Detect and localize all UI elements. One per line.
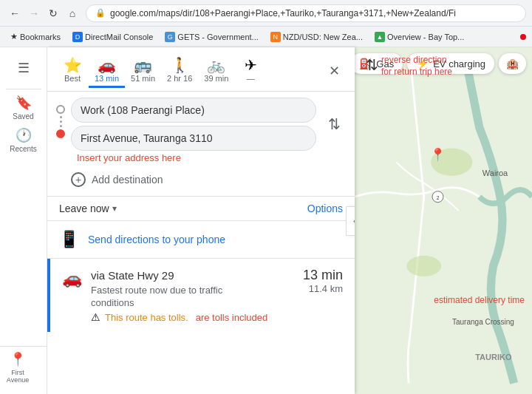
forward-button[interactable]: → xyxy=(25,4,43,22)
bookmark-gets[interactable]: G GETS - Government... xyxy=(160,30,262,44)
route-distance: 11.4 km xyxy=(309,283,343,308)
estimated-delivery-annotation: estimated delivery time xyxy=(434,295,525,305)
address-bar[interactable]: 🔒 google.com/maps/dir/108+Paerangi+Place… xyxy=(86,4,526,22)
bookmark-overview[interactable]: ▲ Overview - Bay Top... xyxy=(370,30,468,44)
route-name: via State Hwy 29 xyxy=(91,269,174,282)
map-area: 2 📍 Wairoa Tauranga Crossing TAURIKO ⛽ G… xyxy=(355,47,532,394)
route-car-icon: 🚗 xyxy=(62,268,82,323)
refresh-button[interactable]: ↻ xyxy=(44,4,62,22)
connector-dot-2 xyxy=(60,120,62,123)
bookmark-nzd[interactable]: N NZD/USD: New Zea... xyxy=(266,30,367,44)
route-description2: conditions xyxy=(91,297,222,308)
bookmark-star-icon: ★ xyxy=(10,32,18,41)
mode-best[interactable]: ⭐ Best xyxy=(56,53,89,88)
nzd-favicon: N xyxy=(270,32,281,42)
svg-text:2: 2 xyxy=(437,195,440,200)
route-result-row[interactable]: 🚗 via State Hwy 29 13 min Fastest route … xyxy=(47,259,355,332)
netflix-indicator xyxy=(520,34,526,40)
sidebar-saved-button[interactable]: 🔖 Saved xyxy=(6,92,41,122)
bookmark-directmail[interactable]: D DirectMail Console xyxy=(68,30,157,44)
wairoa-label: Wairoa xyxy=(482,169,508,177)
nav-buttons: ← → ↻ ⌂ xyxy=(6,4,81,22)
bookmark-nzd-label: NZD/USD: New Zea... xyxy=(283,33,363,41)
route-title-row: via State Hwy 29 13 min xyxy=(91,268,343,283)
saved-label: Saved xyxy=(13,112,33,120)
svg-text:📍: 📍 xyxy=(430,147,446,163)
recents-label: Recents xyxy=(10,145,37,153)
reverse-text-line1: reverse direction xyxy=(381,55,452,67)
swap-directions-button[interactable]: ⇅ xyxy=(322,112,346,136)
first-avenue-label: First Avenue xyxy=(0,369,35,384)
bike-icon: 🚲 xyxy=(207,56,225,74)
directmail-favicon: D xyxy=(72,32,83,42)
bus-icon: 🚌 xyxy=(134,56,152,74)
map-background[interactable]: 2 📍 Wairoa Tauranga Crossing TAURIKO ⛽ G… xyxy=(355,47,532,394)
hotel-filter-button[interactable]: 🏨 xyxy=(499,53,526,74)
mode-car[interactable]: 🚗 13 min xyxy=(89,53,125,88)
connector-dot-3 xyxy=(60,125,62,127)
gets-favicon: G xyxy=(165,32,175,42)
reverse-direction-annotation: ⇅ reverse direction for return trip here xyxy=(366,55,452,78)
tolls-row: ⚠ This route has tolls. are tolls includ… xyxy=(91,311,343,323)
bookmark-directmail-label: DirectMail Console xyxy=(85,33,153,41)
bookmark-bookmarks-label: Bookmarks xyxy=(20,33,61,41)
bookmark-bookmarks[interactable]: ★ Bookmarks xyxy=(6,30,65,43)
origin-dot xyxy=(56,105,65,114)
sidebar-menu-button[interactable]: ☰ xyxy=(6,53,41,83)
main-area: ☰ 🔖 Saved 🕐 Recents 📍 First Avenue ⭐ Bes… xyxy=(0,47,532,394)
options-button[interactable]: Options xyxy=(307,203,343,214)
maps-sidebar: ☰ 🔖 Saved 🕐 Recents 📍 First Avenue xyxy=(0,47,47,394)
send-phone-label: Send directions to your phone xyxy=(88,234,225,245)
route-time: 13 min xyxy=(303,268,343,283)
mode-flight[interactable]: ✈ — xyxy=(234,53,267,88)
url-text: google.com/maps/dir/108+Paerangi+Place,+… xyxy=(110,8,456,18)
directions-panel: ⭐ Best 🚗 13 min 🚌 51 min 🚶 2 hr 16 🚲 39 … xyxy=(47,47,355,394)
mode-transit[interactable]: 🚌 51 min xyxy=(125,53,161,88)
collapse-panel-button[interactable]: ‹ xyxy=(346,206,355,236)
mode-flight-label: — xyxy=(247,74,255,83)
warning-icon: ⚠ xyxy=(91,311,100,323)
bookmark-icon: 🔖 xyxy=(16,95,32,111)
leave-now-label: Leave now xyxy=(59,203,109,214)
sidebar-recents-button[interactable]: 🕐 Recents xyxy=(6,125,41,154)
clock-icon: 🕐 xyxy=(16,127,32,143)
map-svg: 2 📍 xyxy=(355,47,532,394)
leave-now-button[interactable]: Leave now ▾ xyxy=(59,203,117,214)
tauriko-label: TAURIKO xyxy=(475,353,511,361)
mode-walk[interactable]: 🚶 2 hr 16 xyxy=(161,53,198,88)
reverse-text-line2: for return trip here xyxy=(381,67,452,78)
route-options-bar: Leave now ▾ Options xyxy=(47,196,355,221)
home-button[interactable]: ⌂ xyxy=(64,4,81,22)
add-destination-row[interactable]: + Add destination xyxy=(56,169,346,190)
sidebar-first-avenue-button[interactable]: 📍 First Avenue xyxy=(0,353,35,382)
route-details: via State Hwy 29 13 min Fastest route no… xyxy=(91,268,343,323)
close-directions-button[interactable]: ✕ xyxy=(322,59,346,83)
transport-modes-bar: ⭐ Best 🚗 13 min 🚌 51 min 🚶 2 hr 16 🚲 39 … xyxy=(47,47,355,92)
bookmark-gets-label: GETS - Government... xyxy=(177,33,258,41)
route-inputs: ⇅ Insert your address here + Add destina… xyxy=(47,92,355,196)
svg-point-2 xyxy=(406,256,441,276)
mode-cycle[interactable]: 🚲 39 min xyxy=(198,53,234,88)
sidebar-top: ☰ xyxy=(6,53,41,89)
phone-icon: 📱 xyxy=(59,230,79,249)
mode-cycle-time: 39 min xyxy=(204,74,228,83)
browser-toolbar: ← → ↻ ⌂ 🔒 google.com/maps/dir/108+Paeran… xyxy=(0,0,532,47)
tolls-text: This route has tolls. xyxy=(105,312,188,323)
add-destination-label: Add destination xyxy=(92,174,163,186)
options-label: Options xyxy=(307,203,343,214)
car-icon: 🚗 xyxy=(98,56,116,74)
mode-best-label: Best xyxy=(64,74,81,83)
route-description: Fastest route now due to traffic xyxy=(91,285,222,296)
walk-icon: 🚶 xyxy=(171,56,189,74)
origin-input[interactable] xyxy=(71,98,316,123)
bookmark-overview-label: Overview - Bay Top... xyxy=(387,33,464,41)
send-to-phone-row[interactable]: 📱 Send directions to your phone xyxy=(47,221,355,259)
mode-car-time: 13 min xyxy=(95,74,119,83)
hamburger-icon: ☰ xyxy=(18,60,30,76)
destination-input[interactable] xyxy=(71,126,316,151)
insert-address-annotation: Insert your address here xyxy=(77,152,346,163)
back-button[interactable]: ← xyxy=(6,4,24,22)
connector-dot-1 xyxy=(60,116,62,118)
tauranga-crossing-label: Tauranga Crossing xyxy=(452,318,514,326)
lock-icon: 🔒 xyxy=(95,8,106,18)
